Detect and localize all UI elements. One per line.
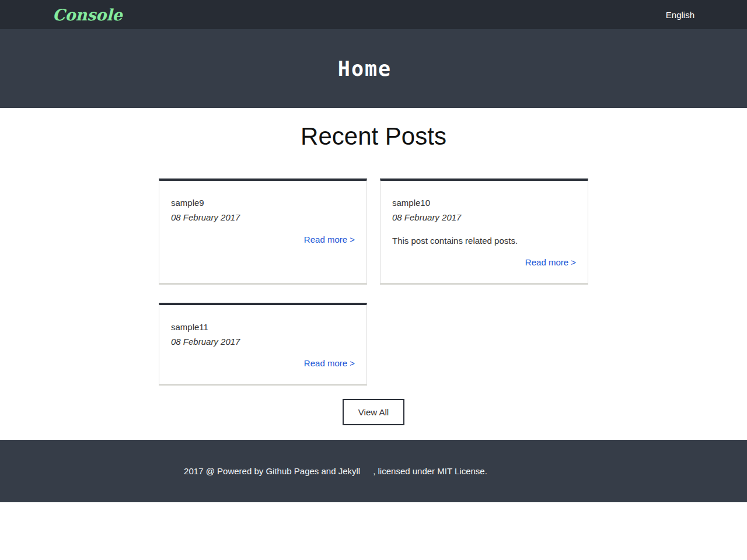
footer-middle: , licensed under — [373, 466, 435, 476]
navbar-container: Console English — [53, 6, 694, 24]
recent-posts-heading: Recent Posts — [0, 123, 747, 150]
footer: 2017 @ Powered by Github Pages and Jekyl… — [0, 440, 747, 502]
mit-license-link[interactable]: MIT License. — [437, 466, 487, 476]
post-date: 08 February 2017 — [171, 211, 355, 224]
top-navbar: Console English — [0, 0, 747, 29]
read-more-row: Read more > — [392, 256, 576, 270]
read-more-link[interactable]: Read more > — [304, 358, 355, 368]
footer-prefix: 2017 @ Powered by — [184, 466, 263, 476]
post-excerpt: This post contains related posts. — [392, 234, 576, 247]
post-title-link[interactable]: sample10 — [392, 196, 576, 209]
hero-banner: Home — [0, 29, 747, 108]
footer-text: 2017 @ Powered by Github Pages and Jekyl… — [184, 466, 563, 476]
view-all-container: View All — [0, 399, 747, 425]
read-more-link[interactable]: Read more > — [525, 257, 576, 267]
post-title-link[interactable]: sample11 — [171, 320, 355, 334]
post-card: sample10 08 February 2017 This post cont… — [380, 178, 588, 285]
read-more-link[interactable]: Read more > — [304, 235, 355, 244]
page-title: Home — [338, 57, 392, 80]
post-date: 08 February 2017 — [392, 211, 576, 224]
read-more-row: Read more > — [171, 356, 355, 371]
post-card: sample11 08 February 2017 Read more > — [159, 303, 367, 386]
post-card: sample9 08 February 2017 Read more > — [159, 178, 367, 285]
post-date: 08 February 2017 — [171, 335, 355, 348]
site-logo[interactable]: Console — [53, 6, 123, 24]
view-all-button[interactable]: View All — [343, 399, 404, 425]
language-link[interactable]: English — [666, 10, 694, 20]
post-title-link[interactable]: sample9 — [171, 196, 355, 209]
posts-grid: sample9 08 February 2017 Read more > sam… — [159, 178, 588, 386]
github-pages-jekyll-link[interactable]: Github Pages and Jekyll — [266, 466, 360, 476]
read-more-row: Read more > — [171, 233, 355, 247]
main-content: Recent Posts sample9 08 February 2017 Re… — [0, 123, 747, 425]
